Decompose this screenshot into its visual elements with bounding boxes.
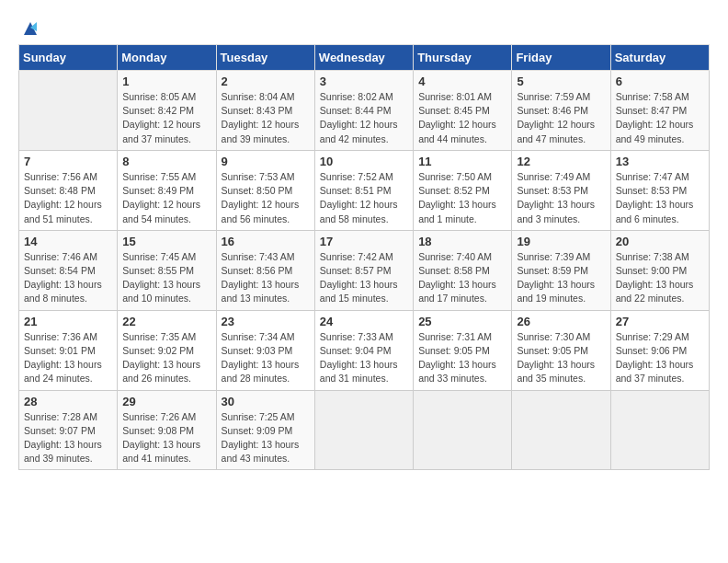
day-info: Sunrise: 7:58 AM Sunset: 8:47 PM Dayligh… xyxy=(616,90,704,146)
day-info: Sunrise: 7:47 AM Sunset: 8:53 PM Dayligh… xyxy=(616,170,704,226)
day-number: 22 xyxy=(122,315,210,328)
day-info: Sunrise: 7:34 AM Sunset: 9:03 PM Dayligh… xyxy=(222,330,310,386)
header-day-sunday: Sunday xyxy=(19,45,118,71)
calendar-week-row: 21Sunrise: 7:36 AM Sunset: 9:01 PM Dayli… xyxy=(19,310,710,390)
calendar-cell: 18Sunrise: 7:40 AM Sunset: 8:58 PM Dayli… xyxy=(414,230,512,310)
day-info: Sunrise: 7:28 AM Sunset: 9:07 PM Dayligh… xyxy=(24,410,112,466)
day-info: Sunrise: 7:35 AM Sunset: 9:02 PM Dayligh… xyxy=(122,330,210,386)
calendar-cell: 21Sunrise: 7:36 AM Sunset: 9:01 PM Dayli… xyxy=(19,310,118,390)
day-info: Sunrise: 7:26 AM Sunset: 9:08 PM Dayligh… xyxy=(122,410,210,466)
day-number: 14 xyxy=(24,235,112,248)
calendar-week-row: 1Sunrise: 8:05 AM Sunset: 8:42 PM Daylig… xyxy=(19,71,710,151)
day-info: Sunrise: 7:45 AM Sunset: 8:55 PM Dayligh… xyxy=(122,250,210,306)
calendar-cell: 29Sunrise: 7:26 AM Sunset: 9:08 PM Dayli… xyxy=(118,390,216,470)
calendar-cell: 11Sunrise: 7:50 AM Sunset: 8:52 PM Dayli… xyxy=(414,150,512,230)
day-number: 25 xyxy=(418,315,506,328)
day-info: Sunrise: 7:25 AM Sunset: 9:09 PM Dayligh… xyxy=(222,410,310,466)
day-info: Sunrise: 7:38 AM Sunset: 9:00 PM Dayligh… xyxy=(616,250,704,306)
calendar-cell: 13Sunrise: 7:47 AM Sunset: 8:53 PM Dayli… xyxy=(610,150,709,230)
day-info: Sunrise: 7:30 AM Sunset: 9:05 PM Dayligh… xyxy=(517,330,605,386)
day-number: 28 xyxy=(24,395,112,408)
page-header xyxy=(18,18,710,35)
day-info: Sunrise: 7:50 AM Sunset: 8:52 PM Dayligh… xyxy=(418,170,506,226)
calendar-cell: 7Sunrise: 7:56 AM Sunset: 8:48 PM Daylig… xyxy=(19,150,118,230)
calendar-cell xyxy=(19,71,118,151)
day-number: 15 xyxy=(122,235,210,248)
day-info: Sunrise: 7:52 AM Sunset: 8:51 PM Dayligh… xyxy=(320,170,408,226)
day-number: 16 xyxy=(222,235,310,248)
calendar-cell: 14Sunrise: 7:46 AM Sunset: 8:54 PM Dayli… xyxy=(19,230,118,310)
day-info: Sunrise: 7:42 AM Sunset: 8:57 PM Dayligh… xyxy=(320,250,408,306)
day-info: Sunrise: 7:29 AM Sunset: 9:06 PM Dayligh… xyxy=(616,330,704,386)
calendar-cell: 20Sunrise: 7:38 AM Sunset: 9:00 PM Dayli… xyxy=(610,230,709,310)
calendar-cell: 25Sunrise: 7:31 AM Sunset: 9:05 PM Dayli… xyxy=(414,310,512,390)
calendar-week-row: 28Sunrise: 7:28 AM Sunset: 9:07 PM Dayli… xyxy=(19,390,710,470)
day-info: Sunrise: 8:02 AM Sunset: 8:44 PM Dayligh… xyxy=(320,90,408,146)
day-number: 24 xyxy=(320,315,408,328)
day-number: 2 xyxy=(222,75,310,88)
calendar-cell: 1Sunrise: 8:05 AM Sunset: 8:42 PM Daylig… xyxy=(118,71,216,151)
calendar-week-row: 14Sunrise: 7:46 AM Sunset: 8:54 PM Dayli… xyxy=(19,230,710,310)
day-number: 3 xyxy=(320,75,408,88)
day-info: Sunrise: 7:56 AM Sunset: 8:48 PM Dayligh… xyxy=(24,170,112,226)
calendar-header-row: SundayMondayTuesdayWednesdayThursdayFrid… xyxy=(19,45,710,71)
day-info: Sunrise: 7:55 AM Sunset: 8:49 PM Dayligh… xyxy=(122,170,210,226)
header-day-monday: Monday xyxy=(118,45,216,71)
day-number: 10 xyxy=(320,155,408,168)
calendar-cell: 19Sunrise: 7:39 AM Sunset: 8:59 PM Dayli… xyxy=(512,230,610,310)
calendar-cell: 12Sunrise: 7:49 AM Sunset: 8:53 PM Dayli… xyxy=(512,150,610,230)
calendar-cell: 17Sunrise: 7:42 AM Sunset: 8:57 PM Dayli… xyxy=(314,230,413,310)
calendar-cell: 28Sunrise: 7:28 AM Sunset: 9:07 PM Dayli… xyxy=(19,390,118,470)
calendar-cell xyxy=(314,390,413,470)
day-info: Sunrise: 7:39 AM Sunset: 8:59 PM Dayligh… xyxy=(517,250,605,306)
day-number: 27 xyxy=(616,315,704,328)
day-info: Sunrise: 7:33 AM Sunset: 9:04 PM Dayligh… xyxy=(320,330,408,386)
day-number: 9 xyxy=(222,155,310,168)
day-number: 17 xyxy=(320,235,408,248)
day-number: 6 xyxy=(616,75,704,88)
day-number: 7 xyxy=(24,155,112,168)
day-info: Sunrise: 7:36 AM Sunset: 9:01 PM Dayligh… xyxy=(24,330,112,386)
day-number: 30 xyxy=(222,395,310,408)
calendar-cell: 5Sunrise: 7:59 AM Sunset: 8:46 PM Daylig… xyxy=(512,71,610,151)
day-number: 11 xyxy=(418,155,506,168)
calendar-cell: 8Sunrise: 7:55 AM Sunset: 8:49 PM Daylig… xyxy=(118,150,216,230)
day-number: 23 xyxy=(222,315,310,328)
calendar-cell: 27Sunrise: 7:29 AM Sunset: 9:06 PM Dayli… xyxy=(610,310,709,390)
day-number: 4 xyxy=(418,75,506,88)
calendar-cell: 15Sunrise: 7:45 AM Sunset: 8:55 PM Dayli… xyxy=(118,230,216,310)
calendar-cell xyxy=(414,390,512,470)
calendar-week-row: 7Sunrise: 7:56 AM Sunset: 8:48 PM Daylig… xyxy=(19,150,710,230)
day-number: 13 xyxy=(616,155,704,168)
day-number: 8 xyxy=(122,155,210,168)
calendar-cell: 2Sunrise: 8:04 AM Sunset: 8:43 PM Daylig… xyxy=(216,71,314,151)
header-day-tuesday: Tuesday xyxy=(216,45,314,71)
calendar-cell: 16Sunrise: 7:43 AM Sunset: 8:56 PM Dayli… xyxy=(216,230,314,310)
day-number: 1 xyxy=(122,75,210,88)
day-info: Sunrise: 7:46 AM Sunset: 8:54 PM Dayligh… xyxy=(24,250,112,306)
calendar-cell: 26Sunrise: 7:30 AM Sunset: 9:05 PM Dayli… xyxy=(512,310,610,390)
logo xyxy=(18,18,40,35)
header-day-wednesday: Wednesday xyxy=(314,45,413,71)
day-info: Sunrise: 8:05 AM Sunset: 8:42 PM Dayligh… xyxy=(122,90,210,146)
header-day-thursday: Thursday xyxy=(414,45,512,71)
day-number: 5 xyxy=(517,75,605,88)
day-number: 18 xyxy=(418,235,506,248)
day-number: 19 xyxy=(517,235,605,248)
header-day-friday: Friday xyxy=(512,45,610,71)
day-info: Sunrise: 7:53 AM Sunset: 8:50 PM Dayligh… xyxy=(222,170,310,226)
calendar-cell: 10Sunrise: 7:52 AM Sunset: 8:51 PM Dayli… xyxy=(314,150,413,230)
header-day-saturday: Saturday xyxy=(610,45,709,71)
day-info: Sunrise: 8:01 AM Sunset: 8:45 PM Dayligh… xyxy=(418,90,506,146)
calendar-cell: 6Sunrise: 7:58 AM Sunset: 8:47 PM Daylig… xyxy=(610,71,709,151)
calendar-cell: 22Sunrise: 7:35 AM Sunset: 9:02 PM Dayli… xyxy=(118,310,216,390)
day-info: Sunrise: 7:40 AM Sunset: 8:58 PM Dayligh… xyxy=(418,250,506,306)
day-info: Sunrise: 7:49 AM Sunset: 8:53 PM Dayligh… xyxy=(517,170,605,226)
day-info: Sunrise: 7:43 AM Sunset: 8:56 PM Dayligh… xyxy=(222,250,310,306)
calendar-cell xyxy=(512,390,610,470)
day-number: 21 xyxy=(24,315,112,328)
day-number: 29 xyxy=(122,395,210,408)
calendar-cell: 3Sunrise: 8:02 AM Sunset: 8:44 PM Daylig… xyxy=(314,71,413,151)
calendar-cell xyxy=(610,390,709,470)
calendar-cell: 23Sunrise: 7:34 AM Sunset: 9:03 PM Dayli… xyxy=(216,310,314,390)
